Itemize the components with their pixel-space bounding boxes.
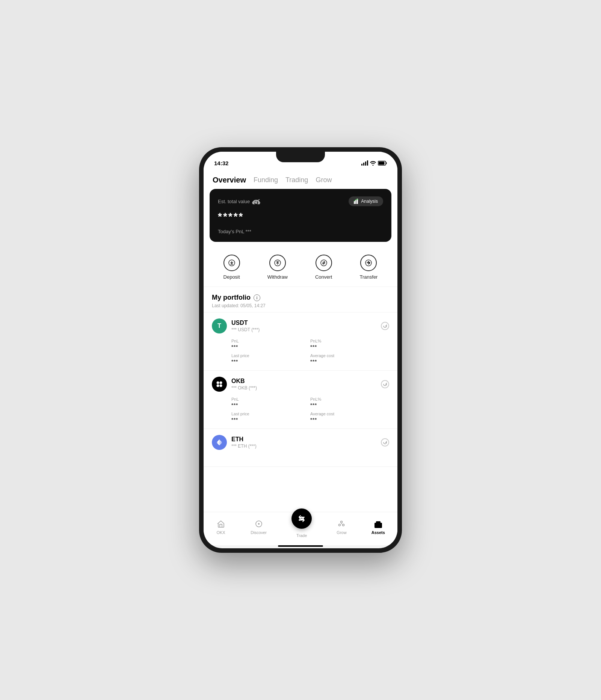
svg-marker-18 xyxy=(217,443,219,445)
convert-button[interactable]: Convert xyxy=(315,255,332,280)
okb-pnlpct-label: PnL% xyxy=(310,397,389,401)
usdt-name: USDT xyxy=(231,320,260,326)
eth-name: ETH xyxy=(231,436,257,443)
convert-label: Convert xyxy=(315,274,332,280)
asset-left-okb: OKB *** OKB (***) xyxy=(212,377,257,392)
nav-label-trade: Trade xyxy=(296,533,307,538)
deposit-label: Deposit xyxy=(223,274,240,280)
bottom-nav: OKX Discover xyxy=(204,512,397,545)
asset-item-okb: OKB *** OKB (***) xyxy=(204,371,397,429)
status-time: 14:32 xyxy=(214,160,228,166)
portfolio-title: My portfolio i xyxy=(212,294,389,302)
withdraw-button[interactable]: Withdraw xyxy=(267,255,288,280)
okb-lastprice-label: Last price xyxy=(231,412,310,416)
svg-point-21 xyxy=(341,521,343,523)
asset-header-okb: OKB *** OKB (***) xyxy=(212,377,389,392)
svg-marker-16 xyxy=(217,439,219,443)
portfolio-pnl: Today's PnL *** xyxy=(218,229,383,234)
discover-icon xyxy=(254,519,264,529)
okb-avgcost-label: Average cost xyxy=(310,412,389,416)
asset-left-usdt: T USDT *** USDT (***) xyxy=(212,318,260,333)
convert-icon xyxy=(316,255,332,271)
hide-value-icon[interactable] xyxy=(252,199,260,204)
grow-icon xyxy=(337,519,346,529)
nav-label-grow: Grow xyxy=(337,530,346,535)
svg-point-9 xyxy=(321,260,327,266)
usdt-stats: PnL *** PnL% *** Last price *** Averag xyxy=(212,339,389,364)
deposit-button[interactable]: Deposit xyxy=(223,255,240,280)
okb-stats: PnL *** PnL% *** Last price *** Averag xyxy=(212,397,389,422)
nav-item-discover[interactable]: Discover xyxy=(251,519,267,535)
okb-pnl-label: PnL xyxy=(231,397,310,401)
eth-amount: *** ETH (***) xyxy=(231,444,257,449)
usdt-lastprice-value: *** xyxy=(231,359,310,364)
portfolio-card: Est. total value Analysi xyxy=(210,189,391,242)
svg-rect-24 xyxy=(374,523,382,528)
okb-lastprice-value: *** xyxy=(231,417,310,422)
okb-name: OKB xyxy=(231,378,257,385)
portfolio-update: Last updated: 05/05, 14:27 xyxy=(212,303,389,308)
usdt-refresh-icon[interactable] xyxy=(381,322,389,330)
eth-logo xyxy=(212,435,227,450)
usdt-pnl-value: *** xyxy=(231,344,310,350)
okb-pnlpct-value: *** xyxy=(310,402,389,408)
svg-marker-17 xyxy=(219,443,222,445)
main-content: Overview Funding Trading Grow Est. total… xyxy=(204,170,397,512)
nav-item-trade[interactable]: Trade xyxy=(291,516,312,538)
withdraw-label: Withdraw xyxy=(267,274,288,280)
transfer-label: Transfer xyxy=(360,274,378,280)
okb-amount: *** OKB (***) xyxy=(231,385,257,391)
nav-tabs: Overview Funding Trading Grow xyxy=(204,170,397,189)
portfolio-section: My portfolio i Last updated: 05/05, 14:2… xyxy=(204,287,397,312)
phone-screen: 14:32 xyxy=(204,152,397,548)
nav-item-grow[interactable]: Grow xyxy=(337,519,346,535)
okb-logo xyxy=(212,377,227,392)
battery-icon xyxy=(378,161,387,166)
svg-point-11 xyxy=(217,382,219,384)
phone-frame: 14:32 xyxy=(199,147,402,553)
usdt-pnlpct-label: PnL% xyxy=(310,339,389,343)
home-icon xyxy=(216,519,226,529)
usdt-pnl-label: PnL xyxy=(231,339,310,343)
transfer-icon xyxy=(360,255,377,271)
nav-item-okx[interactable]: OKX xyxy=(216,519,226,535)
portfolio-value: ***** xyxy=(218,211,383,223)
signal-icon xyxy=(361,160,368,166)
asset-item-eth: ETH *** ETH (***) xyxy=(204,429,397,467)
okb-refresh-icon[interactable] xyxy=(381,380,389,388)
svg-rect-2 xyxy=(379,161,385,164)
trade-button[interactable] xyxy=(291,508,312,529)
usdt-avgcost-label: Average cost xyxy=(310,353,389,358)
svg-point-20 xyxy=(258,523,260,525)
svg-point-12 xyxy=(220,382,222,384)
card-label: Est. total value xyxy=(218,199,260,204)
assets-icon xyxy=(373,519,383,529)
asset-left-eth: ETH *** ETH (***) xyxy=(212,435,257,450)
home-indicator xyxy=(278,545,323,547)
usdt-amount: *** USDT (***) xyxy=(231,327,260,332)
svg-point-13 xyxy=(217,385,219,387)
action-buttons: Deposit Withdraw xyxy=(204,248,397,287)
analysis-button[interactable]: Analysis xyxy=(349,196,383,206)
tab-trading[interactable]: Trading xyxy=(285,175,308,185)
wifi-icon xyxy=(370,161,376,166)
eth-refresh-icon[interactable] xyxy=(381,438,389,447)
card-header: Est. total value Analysi xyxy=(218,196,383,206)
asset-item-usdt: T USDT *** USDT (***) xyxy=(204,312,397,371)
tab-grow[interactable]: Grow xyxy=(316,175,332,185)
asset-header-usdt: T USDT *** USDT (***) xyxy=(212,318,389,333)
nav-label-assets: Assets xyxy=(371,530,385,535)
transfer-button[interactable]: Transfer xyxy=(360,255,378,280)
tab-overview[interactable]: Overview xyxy=(213,175,246,185)
usdt-pnlpct-value: *** xyxy=(310,344,389,350)
svg-rect-5 xyxy=(355,200,356,204)
status-icons xyxy=(361,160,387,166)
tab-funding[interactable]: Funding xyxy=(254,175,278,185)
usdt-avgcost-value: *** xyxy=(310,359,389,364)
usdt-lastprice-label: Last price xyxy=(231,353,310,358)
info-icon[interactable]: i xyxy=(254,294,260,301)
asset-header-eth: ETH *** ETH (***) xyxy=(212,435,389,450)
okb-avgcost-value: *** xyxy=(310,417,389,422)
nav-item-assets[interactable]: Assets xyxy=(371,519,385,535)
svg-rect-1 xyxy=(386,162,387,164)
